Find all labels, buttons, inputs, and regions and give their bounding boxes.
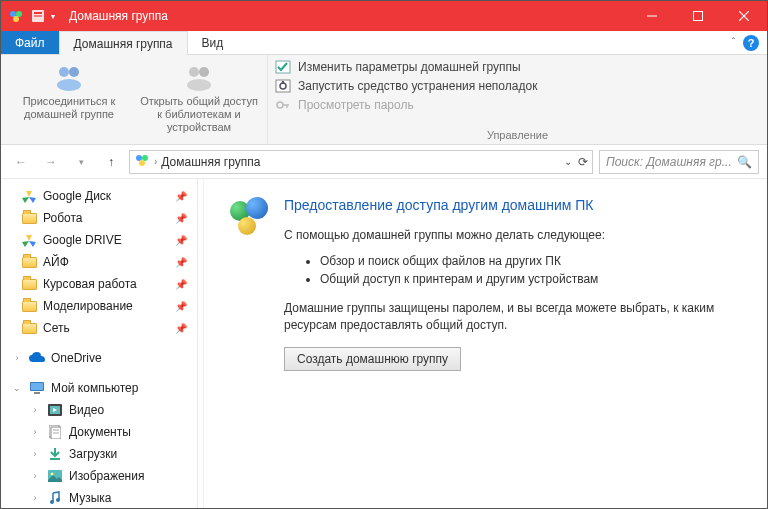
pin-icon: 📌 <box>175 235 187 246</box>
svg-point-11 <box>69 67 79 77</box>
window-title: Домашняя группа <box>69 9 168 23</box>
protected-text: Домашние группы защищены паролем, и вы в… <box>284 300 743 334</box>
collapse-icon[interactable]: ⌄ <box>11 383 23 393</box>
refresh-icon[interactable]: ⟳ <box>578 155 588 169</box>
tree-item-music[interactable]: ›Музыка <box>1 487 197 508</box>
svg-point-14 <box>199 67 209 77</box>
tree-item-downloads[interactable]: ›Загрузки <box>1 443 197 465</box>
google-drive-icon <box>21 232 37 248</box>
pin-icon: 📌 <box>175 301 187 312</box>
svg-rect-19 <box>282 81 284 84</box>
search-input[interactable]: Поиск: Домашняя гр... 🔍 <box>599 150 759 174</box>
crumb-separator-icon[interactable]: › <box>154 156 157 167</box>
svg-point-10 <box>59 67 69 77</box>
ribbon-join-homegroup[interactable]: Присоединиться к домашней группе <box>9 59 129 140</box>
ribbon-group-label: Управление <box>268 129 767 144</box>
content-heading: Предоставление доступа другим домашним П… <box>284 197 743 213</box>
computer-icon <box>29 380 45 396</box>
help-icon[interactable]: ? <box>743 35 759 51</box>
svg-point-12 <box>57 79 81 91</box>
intro-text: С помощью домашней группы можно делать с… <box>284 227 743 244</box>
tree-item-google-disk[interactable]: Google Диск📌 <box>1 185 197 207</box>
tree-item-robota[interactable]: Робота📌 <box>1 207 197 229</box>
svg-rect-35 <box>31 383 43 390</box>
cloud-icon <box>29 350 45 366</box>
folder-icon <box>21 210 37 226</box>
homegroup-icon <box>7 7 25 25</box>
search-icon: 🔍 <box>737 155 752 169</box>
tree-item-onedrive[interactable]: ›OneDrive <box>1 347 197 369</box>
qat-dropdown-icon[interactable]: ▾ <box>51 12 61 21</box>
tree-item-aif[interactable]: АЙФ📌 <box>1 251 197 273</box>
folder-icon <box>21 298 37 314</box>
settings-check-icon <box>274 59 292 75</box>
breadcrumb[interactable]: Домашняя группа <box>161 155 260 169</box>
navigation-tree[interactable]: Google Диск📌 Робота📌 Google DRIVE📌 АЙФ📌 … <box>1 179 198 508</box>
video-icon <box>47 402 63 418</box>
svg-rect-36 <box>34 392 40 394</box>
quick-access-toolbar: ▾ <box>7 7 61 25</box>
ribbon-view-password: Просмотреть пароль <box>274 97 761 113</box>
tree-item-pictures[interactable]: ›Изображения <box>1 465 197 487</box>
tree-item-kursovaya[interactable]: Курсовая работа📌 <box>1 273 197 295</box>
maximize-button[interactable] <box>675 1 721 31</box>
bullet-2: Общий доступ к принтерам и другим устрой… <box>320 270 743 288</box>
ribbon: Присоединиться к домашней группе Открыть… <box>1 55 767 145</box>
svg-point-0 <box>10 11 16 17</box>
address-dropdown-icon[interactable]: ⌄ <box>564 156 572 167</box>
content-pane: Предоставление доступа другим домашним П… <box>204 179 767 508</box>
pin-icon: 📌 <box>175 213 187 224</box>
nav-back-button[interactable]: ← <box>9 150 33 174</box>
tree-item-google-drive[interactable]: Google DRIVE📌 <box>1 229 197 251</box>
pictures-icon <box>47 468 63 484</box>
nav-recent-dropdown[interactable]: ▾ <box>69 150 93 174</box>
svg-rect-7 <box>694 12 703 21</box>
address-field[interactable]: › Домашняя группа ⌄ ⟳ <box>129 150 593 174</box>
nav-up-button[interactable]: ↑ <box>99 150 123 174</box>
svg-rect-4 <box>34 12 42 14</box>
tree-item-my-computer[interactable]: ⌄Мой компьютер <box>1 377 197 399</box>
expand-icon[interactable]: › <box>29 449 41 459</box>
tree-item-modelirovanie[interactable]: Моделирование📌 <box>1 295 197 317</box>
svg-point-47 <box>50 500 54 504</box>
expand-icon[interactable]: › <box>29 471 41 481</box>
ribbon-troubleshoot[interactable]: Запустить средство устранения неполадок <box>274 78 761 94</box>
homegroup-small-icon <box>134 152 150 171</box>
create-homegroup-button[interactable]: Создать домашнюю группу <box>284 347 461 371</box>
expand-icon[interactable]: › <box>29 493 41 503</box>
close-button[interactable] <box>721 1 767 31</box>
title-bar: ▾ Домашняя группа <box>1 1 767 31</box>
bullet-1: Обзор и поиск общих файлов на других ПК <box>320 252 743 270</box>
pin-icon: 📌 <box>175 191 187 202</box>
tree-item-documents[interactable]: ›Документы <box>1 421 197 443</box>
svg-point-20 <box>277 102 283 108</box>
folder-icon <box>21 276 37 292</box>
pin-icon: 📌 <box>175 279 187 290</box>
tree-item-set[interactable]: Сеть📌 <box>1 317 197 339</box>
ribbon-change-params[interactable]: Изменить параметры домашней группы <box>274 59 761 75</box>
svg-point-13 <box>189 67 199 77</box>
google-drive-icon <box>21 188 37 204</box>
expand-icon[interactable]: › <box>29 405 41 415</box>
ribbon-share-libraries[interactable]: Открыть общий доступ к библиотекам и уст… <box>139 59 259 140</box>
svg-point-23 <box>136 155 142 161</box>
svg-point-48 <box>56 498 60 502</box>
svg-point-1 <box>16 11 22 17</box>
ribbon-collapse-icon[interactable]: ˆ <box>732 37 735 48</box>
svg-point-25 <box>139 160 145 166</box>
music-icon <box>47 490 63 506</box>
tab-view[interactable]: Вид <box>188 31 238 54</box>
tab-homegroup[interactable]: Домашняя группа <box>59 31 188 55</box>
qat-properties-icon[interactable] <box>29 7 47 25</box>
expand-icon[interactable]: › <box>29 427 41 437</box>
folder-icon <box>21 254 37 270</box>
tab-file[interactable]: Файл <box>1 31 59 54</box>
pin-icon: 📌 <box>175 257 187 268</box>
folder-icon <box>21 320 37 336</box>
expand-icon[interactable]: › <box>11 353 23 363</box>
ribbon-tabs: Файл Домашняя группа Вид ˆ ? <box>1 31 767 55</box>
minimize-button[interactable] <box>629 1 675 31</box>
nav-forward-button: → <box>39 150 63 174</box>
tree-item-video[interactable]: ›Видео <box>1 399 197 421</box>
key-icon <box>274 97 292 113</box>
